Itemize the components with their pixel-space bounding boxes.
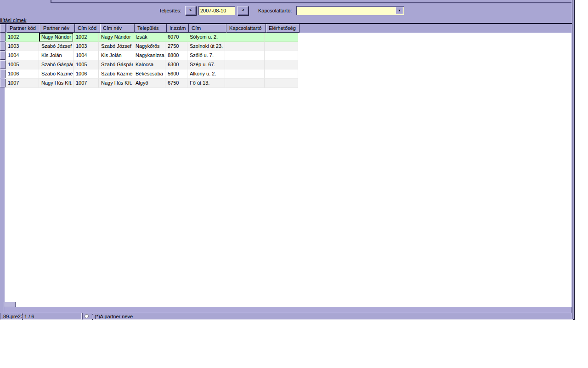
table-cell[interactable]: Izsák (133, 33, 165, 42)
status-indicator-panel (82, 313, 92, 320)
table-cell[interactable]: 1003 (6, 42, 39, 51)
table-cell[interactable]: Fő út 13. (187, 79, 225, 88)
table-cell[interactable]: 6750 (165, 79, 187, 88)
table-cell[interactable]: Szabó József (39, 42, 74, 51)
table-cell[interactable]: 1003 (74, 42, 99, 51)
table-cell[interactable] (265, 69, 298, 79)
table-cell[interactable]: 1006 (74, 69, 99, 79)
table-cell[interactable]: 1005 (6, 60, 39, 69)
status-indicator-icon (85, 314, 89, 318)
row-indicator[interactable] (0, 79, 6, 87)
teljesites-label: Teljesítés: (159, 8, 181, 13)
date-prev-button[interactable]: < (185, 6, 196, 15)
table-cell[interactable]: Sólyom u. 2. (187, 33, 225, 42)
status-version-panel: .89-pre2X (0, 313, 22, 320)
grid-header: Partner kódPartner névCím kódCím névTele… (0, 24, 300, 33)
table-cell[interactable] (265, 79, 298, 88)
table-cell[interactable] (265, 60, 298, 69)
table-cell[interactable] (265, 42, 298, 51)
table-cell[interactable]: Nagy Nándor (39, 33, 74, 42)
table-cell[interactable]: Szabó Kázmér (39, 69, 74, 79)
table-cell[interactable]: Nagy Nándor (99, 33, 133, 42)
tab-strip-baseline (51, 2, 571, 3)
column-header[interactable]: Település (135, 24, 167, 33)
app-window: Teljesítés: < > Kapcsolattartó: ▼ llítás… (0, 0, 575, 320)
column-header[interactable]: Partner név (40, 24, 75, 33)
table-cell[interactable] (225, 60, 265, 69)
table-cell[interactable]: Kis Jolán (39, 51, 74, 60)
row-indicator[interactable] (0, 51, 6, 60)
table-row[interactable]: 1004Kis Jolán1004Kis JolánNagykanizsa880… (0, 51, 298, 60)
table-cell[interactable]: Nagykőrös (133, 42, 165, 51)
table-cell[interactable]: Alkony u. 2. (187, 69, 225, 79)
column-header[interactable]: Cím név (100, 24, 135, 33)
column-header[interactable]: Kapcsolattartó (226, 24, 266, 33)
table-row[interactable]: 1005Szabó Gáspár1005Szabó GáspárKalocsa6… (0, 60, 298, 69)
table-cell[interactable]: Kis Jolán (99, 51, 133, 60)
table-cell[interactable] (265, 33, 298, 42)
grid-body: 1002Nagy Nándor1002Nagy NándorIzsák6070S… (0, 33, 298, 88)
dropdown-arrow-icon[interactable]: ▼ (396, 7, 403, 14)
table-cell[interactable]: Kalocsa (133, 60, 165, 69)
table-cell[interactable]: 6300 (165, 60, 187, 69)
table-cell[interactable]: 5600 (165, 69, 187, 79)
table-cell[interactable]: 6070 (165, 33, 187, 42)
table-cell[interactable]: 1006 (6, 69, 39, 79)
table-cell[interactable]: 1004 (6, 51, 39, 60)
kapcsolattarto-label: Kapcsolattartó: (258, 8, 292, 13)
table-cell[interactable]: Szolnoki út 23. (187, 42, 225, 51)
date-next-button[interactable]: > (237, 6, 249, 15)
table-cell[interactable]: Békéscsaba (133, 69, 165, 79)
table-cell[interactable] (225, 33, 265, 42)
table-cell[interactable]: Szép u. 67. (187, 60, 225, 69)
table-row[interactable]: 1007Nagy Hús Kft.1007Nagy Hús Kft.Algyő6… (0, 79, 298, 88)
table-row[interactable]: 1006Szabó Kázmér1006Szabó KázmérBékéscsa… (0, 69, 298, 79)
table-cell[interactable] (225, 51, 265, 60)
table-row[interactable]: 1003Szabó József1003Szabó JózsefNagykőrö… (0, 42, 298, 51)
table-cell[interactable]: Nagy Hús Kft. (99, 79, 133, 88)
table-cell[interactable]: 1005 (74, 60, 99, 69)
table-cell[interactable] (225, 42, 265, 51)
column-header[interactable]: Cím kód (75, 24, 100, 33)
row-indicator[interactable] (0, 33, 6, 41)
status-record-position-panel: 1 / 6 (23, 313, 82, 320)
table-cell[interactable] (225, 69, 265, 79)
table-cell[interactable]: Nagykanizsa (133, 51, 165, 60)
table-cell[interactable] (265, 51, 298, 60)
table-cell[interactable]: 8800 (165, 51, 187, 60)
window-right-inner-border (572, 0, 572, 319)
table-cell[interactable] (225, 79, 265, 88)
table-cell[interactable]: Szabó Gáspár (39, 60, 74, 69)
table-cell[interactable]: 1002 (6, 33, 39, 42)
kapcsolattarto-combobox[interactable]: ▼ (296, 6, 404, 15)
table-cell[interactable]: 2750 (165, 42, 187, 51)
row-indicator[interactable] (0, 69, 6, 78)
table-row[interactable]: 1002Nagy Nándor1002Nagy NándorIzsák6070S… (0, 33, 298, 42)
column-header[interactable]: Cím (189, 24, 226, 33)
column-header[interactable]: Partner kód (7, 24, 40, 33)
table-cell[interactable]: 1007 (6, 79, 39, 88)
grid-corner-cell (0, 24, 6, 33)
table-cell[interactable]: 1002 (74, 33, 99, 42)
column-header[interactable]: Elérhetőség (266, 24, 300, 33)
table-cell[interactable]: 1007 (74, 79, 99, 88)
table-cell[interactable]: Szabó Gáspár (99, 60, 133, 69)
table-cell[interactable]: Algyő (133, 79, 165, 88)
table-cell[interactable]: Szőlő u. 7. (187, 51, 225, 60)
status-bar: .89-pre2X 1 / 6 (*)A partner neve (0, 313, 573, 320)
row-indicator[interactable] (0, 60, 6, 69)
date-input[interactable] (198, 6, 235, 15)
column-header[interactable]: Ir.szám (167, 24, 189, 33)
row-indicator[interactable] (0, 42, 6, 51)
table-cell[interactable]: 1004 (74, 51, 99, 60)
table-cell[interactable]: Szabó Kázmér (99, 69, 133, 79)
status-hint-panel: (*)A partner neve (93, 313, 573, 320)
table-cell[interactable]: Nagy Hús Kft. (39, 79, 74, 88)
table-cell[interactable]: Szabó József (99, 42, 133, 51)
section-link-szallitasi-cimek[interactable]: llítási címek (0, 17, 26, 23)
